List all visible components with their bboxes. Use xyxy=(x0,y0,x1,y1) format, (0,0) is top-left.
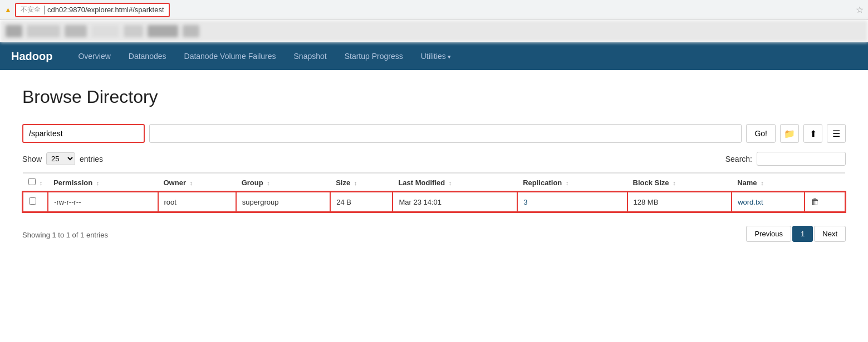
toolbar-block-4 xyxy=(91,25,119,37)
block-size-header[interactable]: Block Size ↕ xyxy=(627,173,732,192)
group-sort-icon: ↕ xyxy=(267,180,270,186)
table-header-row: ↕ Permission ↕ Owner ↕ Group ↕ Size ↕ xyxy=(23,173,845,192)
upload-icon: ⬆ xyxy=(810,128,817,139)
delete-icon[interactable]: 🗑 xyxy=(811,197,820,206)
path-row: Go! 📁 ⬆ ☰ xyxy=(22,124,846,143)
actions-header xyxy=(805,173,845,192)
list-icon: ☰ xyxy=(832,128,840,139)
controls-row: Show 10 25 50 100 entries Search: xyxy=(22,152,846,166)
row-size: 24 B xyxy=(330,192,393,212)
upload-button[interactable]: ⬆ xyxy=(803,124,822,143)
nav-item-utilities[interactable]: Utilities xyxy=(412,44,460,68)
warning-icon: ▲ xyxy=(4,6,12,14)
permission-header[interactable]: Permission ↕ xyxy=(48,173,158,192)
go-button[interactable]: Go! xyxy=(746,124,776,143)
block-size-label: Block Size xyxy=(633,179,669,187)
main-content: Browse Directory Go! 📁 ⬆ ☰ Show 10 25 50… xyxy=(0,70,868,259)
name-label: Name xyxy=(737,179,757,187)
permission-sort-icon: ↕ xyxy=(96,180,100,186)
show-entries-control: Show 10 25 50 100 entries xyxy=(22,152,103,165)
replication-label: Replication xyxy=(523,179,562,187)
previous-button[interactable]: Previous xyxy=(746,226,791,242)
replication-sort-icon: ↕ xyxy=(566,180,569,186)
navbar: Hadoop Overview Datanodes Datanode Volum… xyxy=(0,42,868,70)
nav-link-overview[interactable]: Overview xyxy=(69,44,119,68)
owner-header[interactable]: Owner ↕ xyxy=(158,173,236,192)
table-body: -rw-r--r-- root supergroup 24 B Mar 23 1… xyxy=(23,192,845,212)
toolbar-block-5 xyxy=(124,25,143,37)
permission-label: Permission xyxy=(53,179,92,187)
nav-item-datanodes[interactable]: Datanodes xyxy=(120,44,175,68)
owner-sort-icon: ↕ xyxy=(190,180,193,186)
folder-icon-button[interactable]: 📁 xyxy=(780,124,799,143)
page-title: Browse Directory xyxy=(22,87,846,107)
nav-link-startup-progress[interactable]: Startup Progress xyxy=(336,44,412,68)
entries-label: entries xyxy=(80,155,103,163)
search-label: Search: xyxy=(725,155,752,163)
url-separator: │ xyxy=(43,6,47,14)
nav-item-snapshot[interactable]: Snapshot xyxy=(285,44,336,68)
entries-select[interactable]: 10 25 50 100 xyxy=(46,152,75,165)
browser-toolbar xyxy=(0,20,868,42)
row-delete-cell[interactable]: 🗑 xyxy=(805,192,845,212)
list-view-button[interactable]: ☰ xyxy=(827,124,846,143)
row-checkbox[interactable] xyxy=(29,197,36,205)
address-bar: ▲ 不安全 │ cdh02:9870/explorer.html#/sparkt… xyxy=(0,0,868,20)
show-label: Show xyxy=(22,155,42,163)
bookmark-icon[interactable]: ☆ xyxy=(856,4,864,15)
name-sort-icon: ↕ xyxy=(761,180,764,186)
nav-link-snapshot[interactable]: Snapshot xyxy=(285,44,336,68)
sort-icon-num: ↕ xyxy=(40,180,43,186)
nav-link-utilities[interactable]: Utilities xyxy=(412,44,460,68)
url-box[interactable]: 不安全 │ cdh02:9870/explorer.html#/sparktes… xyxy=(15,3,170,17)
last-modified-header[interactable]: Last Modified ↕ xyxy=(393,173,517,192)
nav-item-startup-progress[interactable]: Startup Progress xyxy=(336,44,412,68)
current-page-button[interactable]: 1 xyxy=(792,226,813,242)
path-filler[interactable] xyxy=(149,124,742,143)
owner-label: Owner xyxy=(164,179,186,187)
row-owner: root xyxy=(158,192,236,212)
toolbar-block-1 xyxy=(6,25,22,37)
navbar-brand[interactable]: Hadoop xyxy=(11,50,52,63)
folder-icon: 📁 xyxy=(784,128,795,139)
last-modified-label: Last Modified xyxy=(398,179,445,187)
block-size-sort-icon: ↕ xyxy=(673,180,676,186)
select-all-checkbox[interactable] xyxy=(28,178,36,185)
nav-link-datanode-volume-failures[interactable]: Datanode Volume Failures xyxy=(175,44,285,68)
row-group: supergroup xyxy=(236,192,330,212)
group-header[interactable]: Group ↕ xyxy=(236,173,330,192)
select-all-header: ↕ xyxy=(23,173,48,192)
table-row: -rw-r--r-- root supergroup 24 B Mar 23 1… xyxy=(23,192,845,212)
toolbar-block-2 xyxy=(27,25,60,37)
row-block-size: 128 MB xyxy=(627,192,732,212)
size-header[interactable]: Size ↕ xyxy=(330,173,393,192)
name-header[interactable]: Name ↕ xyxy=(732,173,804,192)
row-last-modified: Mar 23 14:01 xyxy=(393,192,517,212)
size-label: Size xyxy=(336,179,350,187)
next-button[interactable]: Next xyxy=(814,226,846,242)
nav-link-datanodes[interactable]: Datanodes xyxy=(120,44,175,68)
insecure-label: 不安全 xyxy=(21,5,41,14)
pagination: Previous 1 Next xyxy=(746,226,846,242)
path-input[interactable] xyxy=(22,124,145,143)
showing-text: Showing 1 to 1 of 1 entries xyxy=(22,231,108,239)
size-sort-icon: ↕ xyxy=(354,180,357,186)
search-input[interactable] xyxy=(757,152,846,166)
replication-link[interactable]: 3 xyxy=(523,198,527,206)
row-name[interactable]: word.txt xyxy=(732,192,804,212)
nav-item-overview[interactable]: Overview xyxy=(69,44,119,68)
toolbar-block-7 xyxy=(183,25,199,37)
file-name-link[interactable]: word.txt xyxy=(738,198,763,206)
row-checkbox-cell xyxy=(23,192,48,212)
directory-table: ↕ Permission ↕ Owner ↕ Group ↕ Size ↕ xyxy=(22,172,846,212)
toolbar-block-3 xyxy=(65,25,87,37)
table-header: ↕ Permission ↕ Owner ↕ Group ↕ Size ↕ xyxy=(23,173,845,192)
replication-header[interactable]: Replication ↕ xyxy=(517,173,627,192)
row-replication[interactable]: 3 xyxy=(517,192,627,212)
navbar-links: Overview Datanodes Datanode Volume Failu… xyxy=(69,44,460,68)
group-label: Group xyxy=(242,179,263,187)
nav-item-datanode-volume-failures[interactable]: Datanode Volume Failures xyxy=(175,44,285,68)
url-text: cdh02:9870/explorer.html#/sparktest xyxy=(47,6,164,14)
search-control: Search: xyxy=(725,152,846,166)
last-modified-sort-icon: ↕ xyxy=(449,180,452,186)
